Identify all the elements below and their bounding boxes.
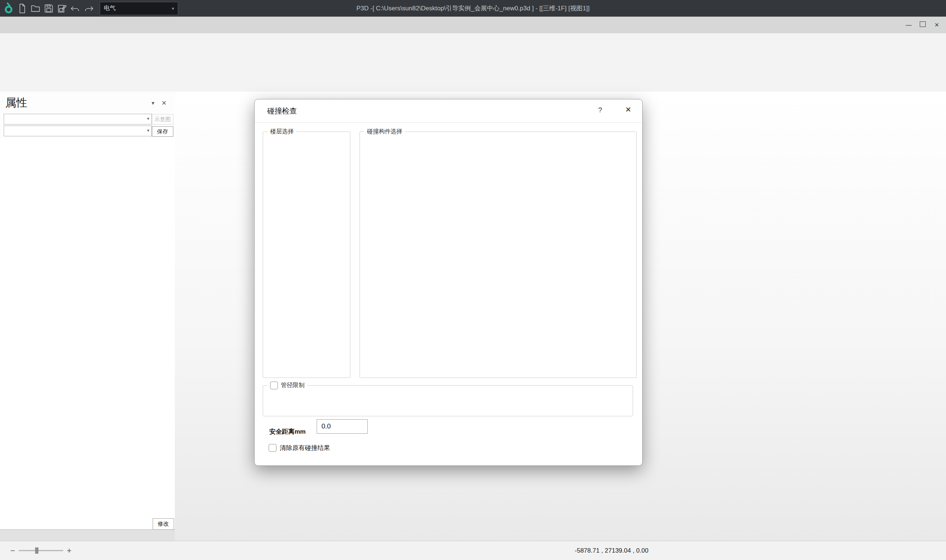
dialog-close-button[interactable]: × — [622, 104, 635, 115]
properties-panel: 属性 ▾ × ▾ 示意图 ▾ 保存 修改 — [0, 92, 175, 541]
redo-icon[interactable] — [82, 2, 96, 15]
floor-selection-group: 楼层选择 — [263, 131, 350, 378]
title-bar: 电气 ▾ P3D -[ C:\Users\sun82\Desktop\引导实例_… — [0, 0, 946, 17]
window-controls: — × — [902, 17, 946, 33]
panel-close-icon[interactable]: × — [159, 98, 169, 108]
menu-bar: — × — [0, 17, 946, 33]
logo-icon[interactable] — [2, 2, 15, 15]
clear-results-checkbox[interactable]: 清除原有碰撞结果 — [269, 444, 330, 452]
safe-distance-label: 安全距离mm — [270, 428, 306, 436]
property-preset-combo[interactable]: ▾ — [4, 126, 152, 136]
zoom-out-icon[interactable]: − — [10, 546, 15, 555]
properties-panel-header: 属性 ▾ × — [0, 92, 175, 113]
panel-title: 属性 — [5, 95, 27, 111]
application-window: 电气 ▾ P3D -[ C:\Users\sun82\Desktop\引导实例_… — [0, 0, 946, 560]
group-label: 楼层选择 — [268, 128, 296, 135]
pipe-diameter-limit-group: 管径限制 — [263, 385, 633, 416]
save-button[interactable]: 保存 — [152, 126, 173, 137]
component-selection-group: 碰撞构件选择 — [359, 131, 637, 378]
dialog-help-button[interactable]: ? — [595, 106, 605, 114]
minimize-button[interactable]: — — [902, 22, 916, 28]
modify-button[interactable]: 修改 — [153, 518, 174, 530]
safe-distance-input[interactable] — [317, 419, 368, 434]
ribbon-toolbar — [0, 33, 946, 92]
checkbox-icon — [269, 444, 276, 452]
zoom-handle[interactable] — [35, 548, 39, 554]
properties-panel-body — [0, 138, 175, 530]
schematic-button[interactable]: 示意图 — [152, 114, 173, 125]
save-icon[interactable] — [42, 2, 55, 15]
discipline-dropdown-value: 电气 — [104, 5, 116, 12]
close-button[interactable]: × — [930, 21, 944, 29]
chevron-down-icon: ▾ — [147, 128, 149, 133]
doc-new-icon[interactable] — [15, 2, 29, 15]
save-as-icon[interactable] — [55, 2, 69, 15]
panel-collapse-icon[interactable]: ▾ — [148, 100, 159, 106]
undo-icon[interactable] — [69, 2, 82, 15]
discipline-dropdown[interactable]: 电气 ▾ — [100, 2, 178, 15]
chevron-down-icon: ▾ — [172, 6, 174, 11]
panel-tabs — [0, 529, 175, 541]
group-label: 碰撞构件选择 — [364, 128, 405, 135]
restore-button[interactable] — [916, 22, 930, 28]
zoom-track[interactable] — [19, 550, 63, 551]
zoom-in-icon[interactable]: + — [67, 546, 72, 555]
folder-open-icon[interactable] — [29, 2, 42, 15]
chevron-down-icon: ▾ — [147, 116, 149, 121]
property-filter-combo[interactable]: ▾ — [4, 114, 152, 125]
quick-access-toolbar — [2, 2, 96, 15]
dialog-title: 碰撞检查 — [267, 106, 297, 116]
zoom-slider[interactable]: − + — [10, 546, 72, 555]
collision-check-dialog: 碰撞检查 ? × 楼层选择 碰撞构件选择 管径限制 安全距离mm 清除原有碰撞结… — [254, 99, 642, 466]
status-bar: − + -5878.71 , 27139.04 , 0.00 — [0, 541, 946, 560]
cursor-coordinates: -5878.71 , 27139.04 , 0.00 — [538, 547, 686, 554]
